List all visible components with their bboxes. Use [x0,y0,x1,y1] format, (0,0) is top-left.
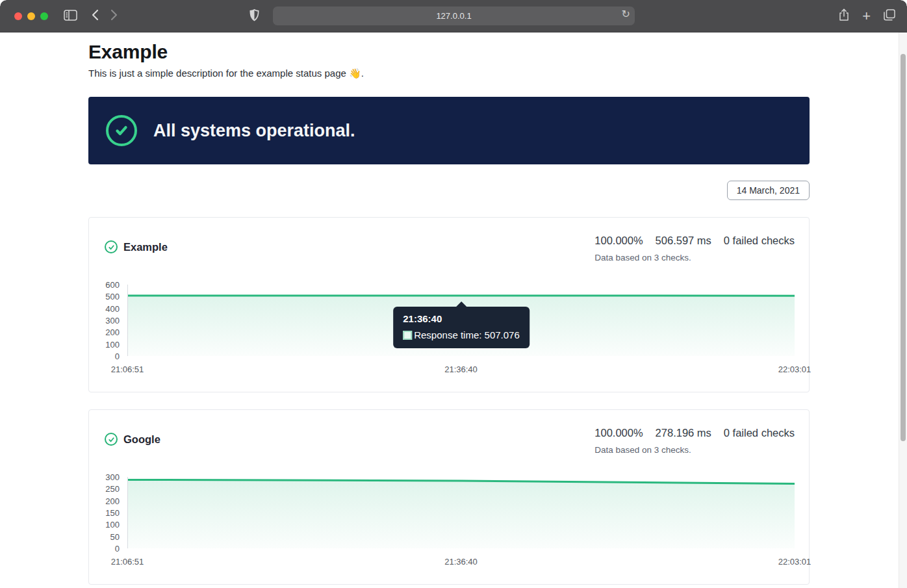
chrome-toolbar-right: + [839,8,895,23]
avg-response-value: 506.597 ms [656,235,711,247]
monitor-name: Google [123,433,160,446]
y-tick-label: 300 [105,472,120,482]
date-row: 14 March, 2021 [88,181,810,200]
y-tick-label: 400 [105,303,120,313]
tab-overview-button[interactable] [884,9,895,23]
y-tick-label: 100 [105,339,120,349]
x-axis: 21:06:5121:36:4022:03:01 [127,364,795,375]
monitor-stats: 100.000% 278.196 ms 0 failed checks Data… [594,427,795,455]
monitor-title-wrap: Example [105,240,168,253]
stats-row: 100.000% 278.196 ms 0 failed checks [594,427,795,439]
monitor-title-wrap: Google [105,433,160,446]
url-text: 127.0.0.1 [436,11,471,21]
page-description: This is just a simple description for th… [88,68,810,79]
new-tab-button[interactable]: + [862,9,871,23]
y-tick-label: 600 [105,280,120,290]
browser-window: 127.0.0.1 ↻ + [0,0,907,588]
date-picker-button[interactable]: 14 March, 2021 [727,181,810,200]
x-tick-label: 21:36:40 [444,364,478,374]
checks-note: Data based on 3 checks. [594,445,795,455]
tooltip-time: 21:36:40 [403,313,520,324]
response-time-chart-google[interactable]: 300250200150100500 21:06:5121:36:4022:03… [98,477,795,567]
close-window-button[interactable] [14,12,22,20]
monitor-card-google: Google 100.000% 278.196 ms 0 failed chec… [88,409,810,585]
sidebar-toggle-button[interactable] [64,10,77,23]
chart-main: 300250200150100500 [98,477,795,548]
x-tick-label: 21:06:51 [111,557,144,567]
tabs-icon [884,9,895,23]
y-axis: 300250200150100500 [98,477,127,548]
x-tick-label: 22:03:01 [778,557,811,567]
shield-icon [249,9,259,23]
status-banner-text: All systems operational. [153,121,355,141]
refresh-button[interactable]: ↻ [622,8,630,20]
failed-checks-value: 0 failed checks [724,235,795,247]
share-button[interactable] [839,8,849,23]
y-tick-label: 250 [105,484,120,494]
y-tick-label: 100 [105,520,120,530]
y-tick-label: 0 [115,352,120,361]
chevron-left-icon [92,9,99,23]
monitor-name: Example [123,241,168,253]
privacy-shield-button[interactable] [249,9,259,23]
card-header: Example 100.000% 506.597 ms 0 failed che… [98,235,795,262]
back-button[interactable] [92,9,99,23]
response-time-chart-example[interactable]: 6005004003002001000 21:36:40 Response ti… [98,285,795,375]
avg-response-value: 278.196 ms [656,427,711,439]
card-header: Google 100.000% 278.196 ms 0 failed chec… [98,427,795,455]
chevron-right-icon [110,9,118,23]
y-tick-label: 200 [105,496,120,505]
y-tick-label: 50 [110,531,120,541]
monitor-up-icon [105,240,118,253]
status-banner: All systems operational. [88,97,810,164]
failed-checks-value: 0 failed checks [724,427,795,439]
minimize-window-button[interactable] [27,12,35,20]
share-icon [839,8,849,23]
scrollbar-track[interactable] [899,32,907,588]
scrollbar-thumb[interactable] [901,54,906,441]
sidebar-icon [64,10,77,23]
x-axis: 21:06:5121:36:4022:03:01 [127,557,795,567]
refresh-icon: ↻ [622,8,630,19]
y-tick-label: 500 [105,292,120,301]
chart-plot-area[interactable] [127,477,795,548]
chart-plot-area[interactable]: 21:36:40 Response time: 507.076 [127,285,795,356]
y-tick-label: 150 [105,508,120,518]
y-tick-label: 200 [105,327,120,337]
y-tick-label: 300 [105,316,120,326]
plus-icon: + [862,9,871,23]
check-circle-icon [106,115,137,146]
browser-chrome: 127.0.0.1 ↻ + [0,0,907,32]
chart-main: 6005004003002001000 21:36:40 Response ti… [98,285,795,356]
forward-button[interactable] [110,9,118,23]
x-tick-label: 21:06:51 [111,364,144,374]
monitor-stats: 100.000% 506.597 ms 0 failed checks Data… [594,235,795,262]
series-swatch-icon [403,331,412,340]
x-tick-label: 22:03:01 [778,364,811,374]
window-controls [14,12,48,20]
area-line-series [128,477,795,548]
uptime-value: 100.000% [594,427,643,439]
y-axis: 6005004003002001000 [98,285,127,356]
uptime-value: 100.000% [594,235,643,247]
monitor-card-example: Example 100.000% 506.597 ms 0 failed che… [88,217,810,392]
chart-tooltip: 21:36:40 Response time: 507.076 [393,307,530,348]
fullscreen-window-button[interactable] [40,12,48,20]
checks-note: Data based on 3 checks. [594,253,795,262]
monitor-up-icon [105,433,118,446]
url-bar[interactable]: 127.0.0.1 ↻ [273,6,635,25]
page-title: Example [88,41,810,63]
tooltip-value: Response time: 507.076 [414,329,520,340]
x-tick-label: 21:36:40 [444,557,478,567]
tooltip-row: Response time: 507.076 [403,329,520,340]
stats-row: 100.000% 506.597 ms 0 failed checks [594,235,795,247]
status-page: Example This is just a simple descriptio… [88,41,810,585]
y-tick-label: 0 [115,544,120,554]
